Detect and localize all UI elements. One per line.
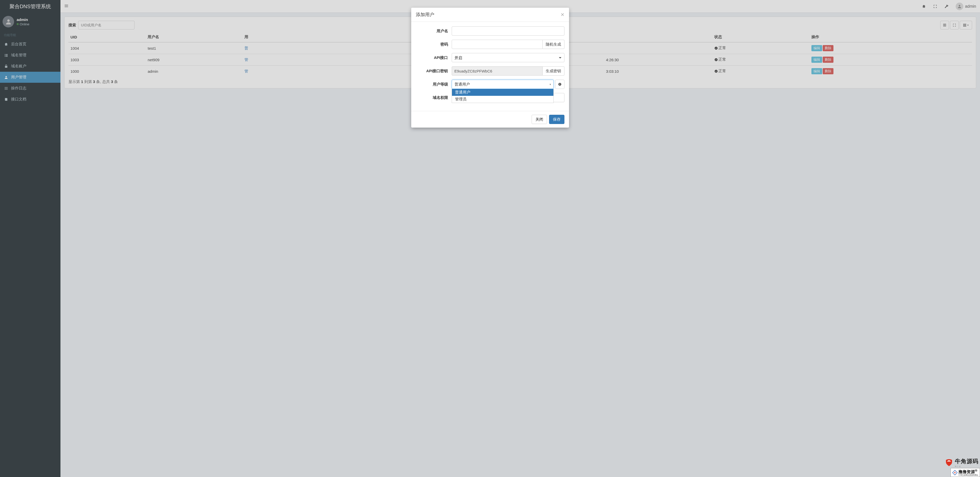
close-button[interactable]: 关闭 — [531, 115, 547, 124]
row-username: 用户名 — [416, 26, 565, 36]
level-select[interactable]: 普通用户 ▾ 普通用户 管理员 — [452, 80, 554, 89]
label-username: 用户名 — [416, 29, 452, 33]
password-input[interactable] — [452, 40, 542, 49]
random-gen-button[interactable]: 随机生成 — [542, 40, 565, 49]
row-api-key: API接口密钥 生成密钥 — [416, 66, 565, 76]
row-api: API接口 开启 — [416, 53, 565, 62]
level-selected-value: 普通用户 — [452, 80, 554, 89]
label-password: 密码 — [416, 42, 452, 47]
level-option-regular[interactable]: 普通用户 — [452, 89, 554, 96]
api-select[interactable]: 开启 — [452, 53, 565, 62]
modal-body: 用户名 密码 随机生成 API接口 开启 API接口密钥 — [411, 22, 569, 111]
label-api: API接口 — [416, 55, 452, 60]
close-icon[interactable]: × — [561, 11, 564, 17]
svg-text:i: i — [559, 83, 560, 86]
modal-header: 添加用户 × — [411, 8, 569, 22]
help-icon[interactable]: i — [555, 80, 565, 89]
level-option-admin[interactable]: 管理员 — [452, 96, 554, 103]
label-domain-perm: 域名权限 — [416, 95, 452, 100]
modal-title: 添加用户 — [416, 11, 434, 17]
chevron-down-icon: ▾ — [550, 83, 551, 86]
label-level: 用户等级 — [416, 82, 452, 87]
modal-footer: 关闭 保存 — [411, 111, 569, 127]
label-api-key: API接口密钥 — [416, 68, 452, 73]
username-input[interactable] — [452, 26, 565, 36]
api-key-input[interactable] — [452, 66, 542, 76]
save-button[interactable]: 保存 — [549, 115, 565, 124]
level-dropdown: 普通用户 管理员 — [452, 89, 554, 103]
gen-key-button[interactable]: 生成密钥 — [542, 66, 565, 76]
modal-backdrop[interactable]: 添加用户 × 用户名 密码 随机生成 API接口 开启 — [0, 0, 980, 477]
row-level: 用户等级 普通用户 ▾ 普通用户 管理员 i — [416, 80, 565, 89]
row-password: 密码 随机生成 — [416, 40, 565, 49]
add-user-modal: 添加用户 × 用户名 密码 随机生成 API接口 开启 — [411, 8, 569, 127]
